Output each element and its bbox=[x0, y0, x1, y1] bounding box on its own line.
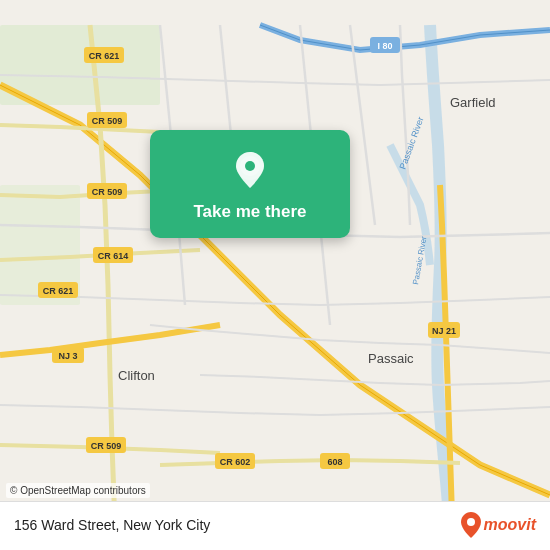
take-me-there-button[interactable]: Take me there bbox=[193, 202, 306, 222]
svg-text:CR 509: CR 509 bbox=[92, 116, 123, 126]
map-roads: CR 621 CR 509 CR 509 CR 614 CR 621 NJ 3 … bbox=[0, 0, 550, 550]
svg-text:NJ 3: NJ 3 bbox=[58, 351, 77, 361]
svg-point-31 bbox=[245, 161, 255, 171]
svg-text:608: 608 bbox=[327, 457, 342, 467]
svg-text:Garfield: Garfield bbox=[450, 95, 496, 110]
svg-text:CR 621: CR 621 bbox=[43, 286, 74, 296]
svg-text:CR 621: CR 621 bbox=[89, 51, 120, 61]
svg-text:CR 509: CR 509 bbox=[91, 441, 122, 451]
map-container: CR 621 CR 509 CR 509 CR 614 CR 621 NJ 3 … bbox=[0, 0, 550, 550]
location-pin-icon bbox=[228, 148, 272, 192]
osm-attribution: © OpenStreetMap contributors bbox=[6, 483, 150, 498]
moovit-brand-name: moovit bbox=[484, 516, 536, 534]
svg-text:I 80: I 80 bbox=[377, 41, 392, 51]
moovit-pin-icon bbox=[461, 512, 481, 538]
svg-text:CR 509: CR 509 bbox=[92, 187, 123, 197]
address-label: 156 Ward Street, New York City bbox=[14, 517, 210, 533]
svg-text:CR 602: CR 602 bbox=[220, 457, 251, 467]
svg-text:Clifton: Clifton bbox=[118, 368, 155, 383]
action-card[interactable]: Take me there bbox=[150, 130, 350, 238]
svg-rect-0 bbox=[0, 25, 160, 105]
svg-text:Passaic: Passaic bbox=[368, 351, 414, 366]
svg-text:NJ 21: NJ 21 bbox=[432, 326, 456, 336]
moovit-logo: moovit bbox=[461, 512, 536, 538]
attribution-text: © OpenStreetMap contributors bbox=[10, 485, 146, 496]
svg-point-32 bbox=[467, 518, 475, 526]
svg-text:CR 614: CR 614 bbox=[98, 251, 129, 261]
info-bar: 156 Ward Street, New York City moovit bbox=[0, 501, 550, 550]
svg-text:Passaic River: Passaic River bbox=[397, 116, 425, 171]
